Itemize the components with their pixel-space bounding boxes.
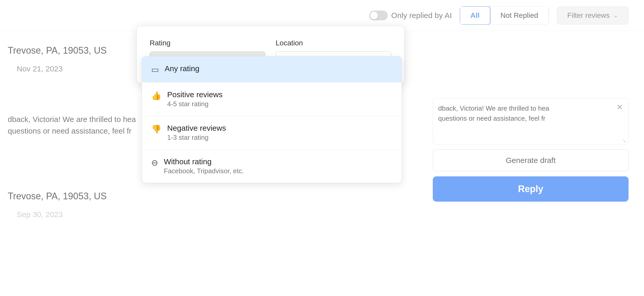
location-label: Location	[276, 39, 391, 47]
rating-option-negative[interactable]: 👎 Negative reviews 1-3 star rating	[142, 116, 402, 150]
rating-dropdown-list: ▭ Any rating 👍 Positive reviews 4-5 star…	[142, 56, 402, 183]
reply-textarea-wrapper: dback, Victoria! We are thrilled to hea …	[433, 98, 629, 144]
chevron-down-icon: ⌄	[613, 12, 618, 19]
any-rating-icon: ▭	[151, 65, 159, 75]
toggle-label: Only replied by AI	[391, 11, 452, 20]
without-rating-title: Without rating	[164, 157, 244, 166]
negative-rating-subtitle: 1-3 star rating	[167, 134, 226, 142]
filter-reviews-label: Filter reviews	[567, 11, 610, 20]
resize-handle[interactable]: ↘	[622, 138, 627, 143]
filter-reviews-button[interactable]: Filter reviews ⌄	[557, 6, 629, 24]
positive-rating-icon: 👍	[151, 91, 162, 101]
positive-rating-title: Positive reviews	[167, 90, 223, 99]
reply-button[interactable]: Reply	[433, 176, 629, 202]
close-button[interactable]: ✕	[614, 102, 625, 112]
bg-location1: Trevose, PA, 19053, US	[8, 45, 107, 56]
all-filter-button[interactable]: All	[460, 6, 490, 25]
reply-panel: dback, Victoria! We are thrilled to hea …	[433, 98, 629, 202]
negative-rating-title: Negative reviews	[167, 124, 226, 133]
bg-review-text: dback, Victoria! We are thrilled to hea …	[8, 113, 136, 137]
bg-location2: Trevose, PA, 19053, US	[8, 191, 107, 202]
ai-reply-toggle[interactable]	[369, 11, 388, 20]
without-rating-icon: ⊖	[151, 158, 158, 168]
reply-filter-group: All Not Replied	[460, 6, 549, 25]
without-rating-subtitle: Facebook, Tripadvisor, etc.	[164, 167, 244, 175]
rating-option-positive[interactable]: 👍 Positive reviews 4-5 star rating	[142, 83, 402, 116]
toggle-wrapper: Only replied by AI	[369, 11, 452, 20]
reply-textarea[interactable]: dback, Victoria! We are thrilled to hea …	[433, 98, 608, 129]
positive-rating-subtitle: 4-5 star rating	[167, 100, 223, 108]
not-replied-filter-button[interactable]: Not Replied	[490, 6, 549, 24]
rating-option-without[interactable]: ⊖ Without rating Facebook, Tripadvisor, …	[142, 150, 402, 183]
rating-option-any[interactable]: ▭ Any rating	[142, 56, 402, 83]
bg-date2: Sep 30, 2023	[17, 210, 63, 219]
generate-draft-button[interactable]: Generate draft	[433, 150, 629, 171]
rating-label: Rating	[150, 39, 265, 47]
bg-date1: Nov 21, 2023	[17, 64, 63, 73]
negative-rating-icon: 👎	[151, 124, 162, 134]
any-rating-title: Any rating	[165, 64, 199, 73]
